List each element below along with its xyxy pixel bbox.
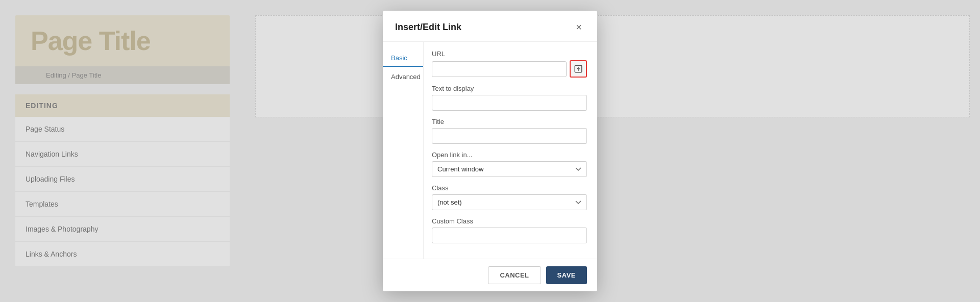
save-button[interactable]: SAVE bbox=[546, 266, 587, 284]
title-group: Title bbox=[432, 118, 587, 144]
tab-advanced[interactable]: Advanced bbox=[383, 69, 423, 85]
custom-class-label: Custom Class bbox=[432, 217, 587, 225]
title-label: Title bbox=[432, 118, 587, 125]
modal-close-button[interactable]: × bbox=[573, 21, 585, 33]
url-label: URL bbox=[432, 50, 587, 58]
url-input-wrap bbox=[432, 61, 567, 77]
modal-tabs: Basic Advanced bbox=[383, 42, 424, 259]
cancel-button[interactable]: CANCEL bbox=[488, 266, 541, 284]
class-select[interactable]: (not set) btn-primary btn-secondary exte… bbox=[432, 194, 587, 210]
class-group: Class (not set) btn-primary btn-secondar… bbox=[432, 184, 587, 210]
url-row bbox=[432, 60, 587, 78]
custom-class-input[interactable] bbox=[432, 228, 587, 243]
url-group: URL bbox=[432, 50, 587, 78]
class-label: Class bbox=[432, 184, 587, 192]
open-link-select[interactable]: Current window New window Parent frame T… bbox=[432, 161, 587, 177]
text-to-display-label: Text to display bbox=[432, 85, 587, 92]
text-to-display-group: Text to display bbox=[432, 85, 587, 111]
modal-body: Basic Advanced URL bbox=[383, 42, 597, 259]
url-input[interactable] bbox=[432, 61, 567, 77]
url-browse-button[interactable] bbox=[570, 60, 587, 78]
open-link-group: Open link in... Current window New windo… bbox=[432, 151, 587, 177]
modal-title: Insert/Edit Link bbox=[395, 22, 461, 33]
modal-header: Insert/Edit Link × bbox=[383, 11, 597, 42]
custom-class-group: Custom Class bbox=[432, 217, 587, 243]
open-link-label: Open link in... bbox=[432, 151, 587, 159]
tab-basic[interactable]: Basic bbox=[383, 50, 423, 67]
modal-form: URL Text to display bbox=[424, 42, 597, 259]
modal-footer: CANCEL SAVE bbox=[383, 259, 597, 291]
text-to-display-input[interactable] bbox=[432, 95, 587, 111]
title-input[interactable] bbox=[432, 128, 587, 144]
browse-icon bbox=[574, 64, 583, 73]
insert-edit-link-modal: Insert/Edit Link × Basic Advanced URL bbox=[383, 11, 597, 291]
